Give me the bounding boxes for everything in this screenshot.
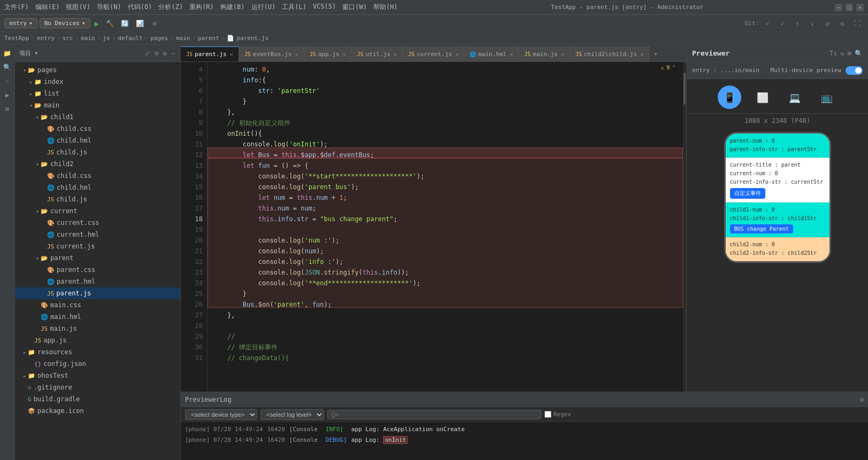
tree-item-buildgradle[interactable]: G build.gradle xyxy=(15,393,180,405)
bc-main[interactable]: main xyxy=(81,35,95,42)
laptop-device-btn[interactable]: 💻 xyxy=(784,87,805,108)
tree-item-packageicon[interactable]: 📦 package.icon xyxy=(15,405,180,417)
device-type-select[interactable]: <select device type> xyxy=(185,409,257,420)
tab-close-icon[interactable]: ✕ xyxy=(230,51,233,57)
tree-item-current-css[interactable]: 🎨 current.css xyxy=(15,217,180,229)
minimize-button[interactable]: — xyxy=(835,4,842,11)
menu-window[interactable]: 窗口(W) xyxy=(342,3,367,12)
tabs-more-button[interactable]: ▾ xyxy=(649,46,662,61)
tree-item-resources[interactable]: ▸ 📁 resources xyxy=(15,346,180,358)
bc-js[interactable]: js xyxy=(103,35,110,42)
tree-item-current-html[interactable]: 🌐 current.hml xyxy=(15,229,180,240)
redo-button[interactable]: ↻ xyxy=(836,17,849,30)
menu-edit[interactable]: 编辑(E) xyxy=(35,3,60,12)
tab-appjs[interactable]: JS app.js ✕ xyxy=(304,46,352,61)
sidebar-icon-search[interactable]: 🔍 xyxy=(1,61,14,74)
git-push-button[interactable]: ↑ xyxy=(791,17,804,30)
tree-item-index[interactable]: ▸ 📁 index xyxy=(15,76,180,88)
tree-item-child2-css[interactable]: 🎨 child.css xyxy=(15,170,180,182)
tab-eventbusjs[interactable]: JS eventBus.js ✕ xyxy=(239,46,304,61)
phone-bus-change-btn[interactable]: BUS change Parent xyxy=(730,224,793,233)
tab-close-icon[interactable]: ✕ xyxy=(295,51,298,57)
menu-analyze[interactable]: 分析(Z) xyxy=(158,3,183,12)
tree-item-current-js[interactable]: JS current.js xyxy=(15,240,180,252)
tab-close-icon[interactable]: ✕ xyxy=(640,51,643,57)
tree-collapse-btn[interactable]: ⊟ xyxy=(153,49,159,58)
menu-nav[interactable]: 导航(N) xyxy=(97,3,121,12)
bc-src[interactable]: src xyxy=(63,35,73,42)
git-pull-button[interactable]: ↓ xyxy=(806,17,819,30)
tree-item-child1-js[interactable]: JS child.js xyxy=(15,146,180,158)
tree-close-btn[interactable]: — xyxy=(170,49,176,58)
profile-button[interactable]: 📊 xyxy=(133,17,146,30)
sidebar-icon-files[interactable]: 📁 xyxy=(1,47,14,60)
tab-currentjs[interactable]: JS current.js ✕ xyxy=(403,46,464,61)
phone-custom-event-btn[interactable]: 自定义事件 xyxy=(730,188,765,199)
git-check-button[interactable]: ✓ xyxy=(761,17,774,30)
code-editor[interactable]: 4 5 6 7 8 9 10 11 12 13 14 15 16 17 xyxy=(181,62,686,392)
git-check2-button[interactable]: ✓ xyxy=(776,17,789,30)
menu-view[interactable]: 视图(V) xyxy=(66,3,90,12)
tree-hide-btn[interactable]: ⤢ xyxy=(144,49,151,58)
tab-close-icon[interactable]: ✕ xyxy=(510,51,513,57)
menu-code[interactable]: 代码(O) xyxy=(128,3,152,12)
tree-item-list[interactable]: ▸ 📁 list xyxy=(15,88,180,99)
undo-button[interactable]: ↺ xyxy=(821,17,834,30)
zoom-icon[interactable]: ⊞ xyxy=(848,50,851,57)
tab-utiljs[interactable]: JS util.js ✕ xyxy=(351,46,402,61)
menu-help[interactable]: 帮助(H) xyxy=(373,3,398,12)
bc-testapp[interactable]: TestApp xyxy=(4,35,29,42)
tab-close-icon[interactable]: ✕ xyxy=(561,51,564,57)
entry-dropdown[interactable]: entry ▾ xyxy=(4,18,37,28)
tree-item-main-js[interactable]: JS main.js xyxy=(15,323,180,334)
run-button[interactable]: ▶ xyxy=(93,18,101,29)
build-button[interactable]: 🔨 xyxy=(103,17,116,30)
bc-pages[interactable]: pages xyxy=(150,35,168,42)
bc-entry[interactable]: entry xyxy=(37,35,55,42)
expand-errors-icon[interactable]: ⌃ xyxy=(672,64,675,71)
tree-item-config[interactable]: {} config.json xyxy=(15,358,180,370)
sidebar-icon-extensions[interactable]: ⊞ xyxy=(1,103,14,115)
tree-item-current[interactable]: ▾ 📂 current xyxy=(15,205,180,217)
tv-device-btn[interactable]: 📺 xyxy=(816,87,838,108)
log-search-input[interactable] xyxy=(327,410,541,419)
menu-build[interactable]: 构建(B) xyxy=(220,3,245,12)
tree-item-child2-html[interactable]: 🌐 child.hml xyxy=(15,182,180,193)
maximize-button[interactable]: □ xyxy=(846,4,853,11)
close-button[interactable]: ✕ xyxy=(856,4,864,11)
multi-device-toggle[interactable] xyxy=(846,66,863,75)
settings-button2[interactable]: ⚙ xyxy=(148,17,161,30)
tablet-device-btn[interactable]: ⬜ xyxy=(752,87,773,108)
tree-item-child1-html[interactable]: 🌐 child.hml xyxy=(15,135,180,146)
menu-refactor[interactable]: 重构(R) xyxy=(189,3,214,12)
fullscreen-button[interactable]: ⛶ xyxy=(851,17,864,30)
tab-mainhml[interactable]: 🌐 main.hml ✕ xyxy=(464,46,519,61)
tree-item-main-css[interactable]: 🎨 main.css xyxy=(15,299,180,311)
bc-default[interactable]: default xyxy=(118,35,142,42)
tree-item-child1[interactable]: ▾ 📂 child1 xyxy=(15,111,180,123)
menu-file[interactable]: 文件(F) xyxy=(4,3,29,12)
tree-item-child1-css[interactable]: 🎨 child.css xyxy=(15,123,180,135)
tab-close-icon[interactable]: ✕ xyxy=(342,51,345,57)
bc-main2[interactable]: main xyxy=(176,35,190,42)
rotate-icon[interactable]: ↻ xyxy=(841,50,844,57)
tree-item-parent-js[interactable]: JS parent.js xyxy=(15,287,180,299)
tree-item-parent[interactable]: ▾ 📂 parent xyxy=(15,252,180,264)
tree-item-main-html[interactable]: 🌐 main.hml xyxy=(15,311,180,323)
text-size-icon[interactable]: T↕ xyxy=(829,50,837,57)
tree-item-ohostest[interactable]: ▸ 📁 ohosTest xyxy=(15,370,180,381)
tree-item-parent-html[interactable]: 🌐 parent.hml xyxy=(15,276,180,287)
tree-item-appjs[interactable]: JS app.js xyxy=(15,334,180,346)
bc-parentjs[interactable]: parent.js xyxy=(236,35,268,42)
tab-close-icon[interactable]: ✕ xyxy=(455,51,458,57)
tree-item-child2-js[interactable]: JS child.js xyxy=(15,193,180,205)
sync-button[interactable]: 🔄 xyxy=(118,17,131,30)
tab-parentjs[interactable]: JS parent.js ✕ xyxy=(181,46,239,61)
menu-run[interactable]: 运行(U) xyxy=(251,3,276,12)
tab-mainjs[interactable]: JS main.js ✕ xyxy=(519,46,570,61)
right-scrollbar[interactable] xyxy=(683,62,686,392)
sidebar-icon-git[interactable]: ⑂ xyxy=(1,75,14,88)
code-content[interactable]: num: 0, info:{ str: 'parentStr' } }, // … xyxy=(208,62,683,392)
sidebar-icon-run2[interactable]: ▶ xyxy=(1,89,14,102)
bc-parent[interactable]: parent xyxy=(198,35,219,42)
